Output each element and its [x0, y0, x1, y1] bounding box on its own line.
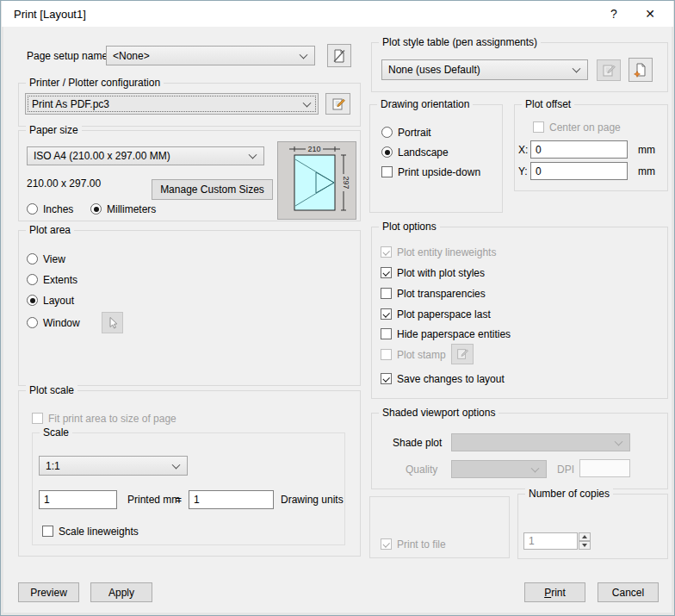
offset-y-unit: mm: [638, 165, 655, 178]
print-button-accelerator: P: [544, 587, 551, 599]
shaded-viewport-caption: Shaded viewport options: [379, 407, 499, 420]
chevron-down-icon: [615, 437, 623, 445]
checkbox-plot-transparencies[interactable]: Plot transparencies: [381, 287, 486, 300]
checkbox-box: [381, 328, 392, 339]
scale-combobox[interactable]: 1:1: [39, 456, 188, 476]
radio-circle: [90, 203, 102, 215]
printer-edit-button[interactable]: [325, 93, 350, 115]
page-setup-combobox[interactable]: <None>: [106, 46, 315, 65]
plot-stamp-settings-button[interactable]: [451, 344, 474, 364]
paper-size-combobox[interactable]: ISO A4 (210.00 x 297.00 MM): [27, 146, 264, 165]
plot-style-edit-button[interactable]: [597, 59, 621, 81]
new-plot-style-button[interactable]: [629, 58, 653, 82]
checkbox-upside-down[interactable]: Print upside-down: [381, 165, 480, 178]
radio-portrait[interactable]: Portrait: [381, 126, 431, 139]
manage-custom-sizes-button[interactable]: Manage Custom Sizes: [152, 179, 273, 200]
print-to-file-label: Print to file: [397, 538, 446, 551]
checkbox-plot-entity-lineweights[interactable]: Plot entity lineweights: [381, 246, 496, 258]
printed-mm-label: Printed mm: [127, 494, 180, 507]
plot-paperspace-last-label: Plot paperspace last: [397, 308, 491, 320]
checkbox-box: [381, 166, 393, 177]
drawing-units-input[interactable]: [189, 490, 274, 509]
checkbox-box: [32, 413, 43, 424]
dialog-title: Print [Layout1]: [14, 8, 86, 21]
checkbox-plot-with-plot-styles[interactable]: Plot with plot styles: [381, 266, 485, 279]
center-on-page-label: Center on page: [549, 121, 621, 134]
radio-window[interactable]: Window: [27, 316, 80, 329]
offset-x-unit: mm: [638, 144, 655, 157]
plot-area-group: Plot area: [18, 230, 361, 386]
printer-combobox[interactable]: Print As PDF.pc3: [25, 93, 319, 115]
checkbox-center-on-page[interactable]: Center on page: [533, 121, 621, 134]
title-bar: Print [Layout1] ? ✕: [2, 1, 673, 27]
checkbox-fit-to-page[interactable]: Fit print area to size of page: [32, 412, 176, 425]
chevron-down-icon: [249, 151, 257, 159]
plot-options-caption: Plot options: [379, 221, 440, 233]
quality-combobox: [451, 460, 547, 478]
checkbox-print-to-file[interactable]: Print to file: [381, 538, 446, 551]
edit-pencil-icon: [331, 96, 346, 112]
radio-view-label: View: [43, 253, 65, 265]
checkbox-box: [381, 349, 392, 360]
checkbox-plot-paperspace-last[interactable]: Plot paperspace last: [381, 308, 491, 320]
radio-layout-label: Layout: [43, 295, 74, 307]
plot-style-value: None (uses Default): [388, 64, 480, 76]
scale-value: 1:1: [46, 460, 60, 472]
scale-lineweights-label: Scale lineweights: [59, 526, 139, 538]
plot-area-caption: Plot area: [26, 224, 74, 237]
chevron-down-icon: [573, 65, 581, 73]
radio-inches[interactable]: Inches: [27, 202, 73, 215]
checkbox-plot-stamp[interactable]: Plot stamp: [381, 348, 446, 361]
paper-dimensions-label: 210.00 x 297.00: [27, 177, 101, 190]
checkbox-box: [533, 121, 544, 133]
offset-y-input[interactable]: [530, 162, 628, 180]
radio-extents-label: Extents: [43, 274, 77, 286]
save-changes-to-layout-label: Save changes to layout: [397, 373, 505, 385]
checkbox-hide-paperspace-entities[interactable]: Hide paperspace entities: [381, 327, 511, 340]
radio-circle: [27, 317, 38, 328]
checkbox-save-changes-to-layout[interactable]: Save changes to layout: [381, 372, 505, 385]
paper-height-dimension: 297: [342, 176, 350, 189]
radio-circle: [27, 253, 38, 264]
copies-spin-up[interactable]: [579, 532, 591, 541]
radio-circle: [27, 295, 38, 306]
printed-mm-input[interactable]: [39, 490, 117, 509]
plot-style-combobox[interactable]: None (uses Default): [381, 59, 588, 80]
radio-millimeters[interactable]: Millimeters: [90, 202, 156, 215]
pick-window-button[interactable]: [102, 312, 123, 333]
radio-view[interactable]: View: [27, 252, 65, 265]
edit-pencil-icon: [601, 63, 616, 78]
focus-outline: [28, 96, 316, 112]
copies-input[interactable]: [523, 532, 578, 550]
offset-x-input[interactable]: [530, 140, 628, 159]
chevron-down-icon: [300, 50, 308, 59]
copies-spin-down[interactable]: [579, 541, 591, 550]
print-button[interactable]: Print: [524, 582, 585, 602]
cancel-button[interactable]: Cancel: [598, 582, 659, 602]
plot-with-plot-styles-label: Plot with plot styles: [397, 267, 485, 279]
checkbox-scale-lineweights[interactable]: Scale lineweights: [42, 525, 139, 538]
radio-circle: [27, 274, 38, 285]
apply-button-label: Apply: [108, 587, 134, 599]
radio-landscape-label: Landscape: [398, 146, 449, 159]
drawing-units-label: Drawing units: [281, 494, 344, 507]
radio-circle: [381, 127, 393, 138]
offset-y-label: Y:: [518, 165, 528, 178]
close-button[interactable]: ✕: [635, 1, 665, 27]
print-button-label: rint: [551, 587, 566, 599]
preview-button[interactable]: Preview: [18, 582, 79, 602]
radio-circle: [27, 203, 38, 215]
cursor-arrow-icon: [106, 316, 120, 330]
offset-x-label: X:: [518, 144, 528, 157]
plot-style-caption: Plot style table (pen assignments): [379, 36, 541, 49]
shade-plot-label: Shade plot: [393, 437, 442, 450]
radio-millimeters-label: Millimeters: [107, 203, 156, 215]
checkbox-box: [381, 373, 392, 384]
help-button[interactable]: ?: [599, 1, 629, 27]
radio-extents[interactable]: Extents: [27, 273, 77, 286]
radio-layout[interactable]: Layout: [27, 294, 74, 307]
page-setup-manager-button[interactable]: [327, 44, 351, 67]
radio-landscape[interactable]: Landscape: [381, 146, 449, 159]
checkbox-box: [381, 538, 392, 550]
apply-button[interactable]: Apply: [90, 582, 152, 602]
